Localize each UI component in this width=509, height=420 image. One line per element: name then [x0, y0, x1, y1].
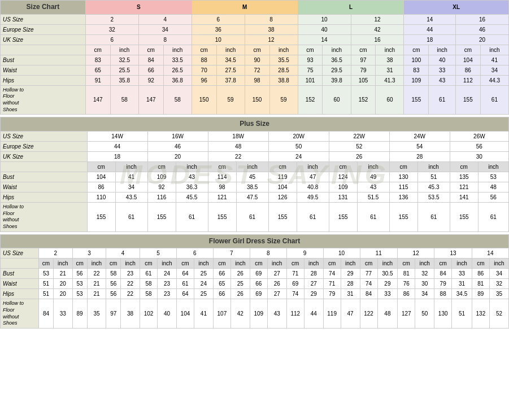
s-inch2: inch	[163, 45, 192, 55]
flower-hollow-label: Hollow toFloorwithoutShoes	[1, 299, 39, 329]
hollow-row: Hollow toFloorwithoutShoes 14758 14758 1…	[1, 85, 509, 115]
eu-xl1: 44	[404, 24, 455, 34]
us-size-label: US Size	[1, 14, 86, 24]
flower-bust-row: Bust 5321 5622 5823 6124 6425 6626 6927 …	[1, 269, 509, 279]
eu-s2: 34	[138, 24, 192, 34]
uk-xl1: 18	[404, 34, 455, 45]
us-s2: 4	[138, 14, 192, 24]
plus-section-header: Plus Size	[1, 117, 509, 132]
eu-m1: 36	[192, 24, 245, 34]
s-cm1: cm	[85, 45, 110, 55]
xl-cm1: cm	[404, 45, 429, 55]
plus-us-24w: 24W	[389, 131, 450, 141]
eu-m2: 38	[245, 24, 298, 34]
plus-uk-row: UK Size 18 20 22 24 26 28 30	[1, 151, 509, 161]
hips-label: Hips	[1, 75, 86, 85]
m-inch1: inch	[216, 45, 245, 55]
waist-label: Waist	[1, 65, 86, 75]
plus-hollow-row: Hollow toFloorwithoutShoes 15561 15561 1…	[1, 202, 509, 231]
us-l1: 10	[298, 14, 351, 24]
xl-group-header: XL	[404, 1, 509, 15]
flower-hips-row: Hips 5120 5321 5622 5823 6425 6626 6927 …	[1, 289, 509, 299]
plus-hollow-label: Hollow toFloorwithoutShoes	[1, 202, 88, 231]
cm-inch-header: cm inch cm inch cm inch cm inch cm inch …	[1, 45, 509, 55]
us-m2: 8	[245, 14, 298, 24]
plus-uk-26: 26	[329, 151, 389, 161]
flower-hips-label: Hips	[1, 289, 39, 299]
uk-size-row: UK Size 6 8 10 12 14 16 18 20	[1, 34, 509, 45]
flower-us-row: US Size 2 3 4 5 6 7 8 9 10 11 12 13 14	[1, 248, 509, 259]
plus-eu-44: 44	[87, 141, 147, 151]
s-cm2: cm	[138, 45, 163, 55]
plus-uk-22: 22	[208, 151, 268, 161]
plus-us-16w: 16W	[147, 131, 208, 141]
l-group-header: L	[298, 1, 404, 15]
us-s1: 2	[85, 14, 138, 24]
plus-eu-56: 56	[450, 141, 508, 151]
plus-bust-row: Bust 10441 10943 11445 11947 12449 13051…	[1, 172, 509, 182]
plus-table: Plus Size US Size 14W 16W 18W 20W 22W 24…	[0, 117, 509, 231]
uk-xl2: 20	[455, 34, 508, 45]
l-inch1: inch	[323, 45, 351, 55]
us-xl1: 14	[404, 14, 455, 24]
l-inch2: inch	[376, 45, 404, 55]
bust-row: Bust 8332.5 8433.5 8834.5 9035.5 9336.5 …	[1, 55, 509, 65]
plus-us-label: US Size	[1, 131, 88, 141]
xl-inch2: inch	[480, 45, 508, 55]
uk-size-label: UK Size	[1, 34, 86, 45]
cm-inch-empty	[1, 45, 86, 55]
plus-uk-28: 28	[389, 151, 450, 161]
s-inch1: inch	[110, 45, 138, 55]
m-group-header: M	[192, 1, 298, 15]
eu-l1: 40	[298, 24, 351, 34]
plus-eu-48: 48	[208, 141, 268, 151]
flower-bust-label: Bust	[1, 269, 39, 279]
plus-us-14w: 14W	[87, 131, 147, 141]
us-size-row: US Size 2 4 6 8 10 12 14 16	[1, 14, 509, 24]
us-xl2: 16	[455, 14, 508, 24]
us-m1: 6	[192, 14, 245, 24]
plus-eu-46: 46	[147, 141, 208, 151]
flower-cm-inch-header: cminch cminch cminch cminch cminch cminc…	[1, 259, 509, 269]
flower-hollow-row: Hollow toFloorwithoutShoes 8433 8935 973…	[1, 299, 509, 329]
flower-waist-row: Waist 5120 5321 5622 5823 6124 6525 6626…	[1, 279, 509, 289]
plus-cm-inch-header: cminch cminch cminch cminch cminch cminc…	[1, 161, 509, 172]
eu-xl2: 46	[455, 24, 508, 34]
hips-row: Hips 9135.8 9236.8 9637.8 9838.8 10139.8…	[1, 75, 509, 85]
plus-eu-54: 54	[389, 141, 450, 151]
plus-uk-24: 24	[268, 151, 329, 161]
eu-size-row: Europe Size 32 34 36 38 40 42 44 46	[1, 24, 509, 34]
us-l2: 12	[351, 14, 404, 24]
plus-eu-52: 52	[329, 141, 389, 151]
plus-bust-label: Bust	[1, 172, 88, 182]
uk-m1: 10	[192, 34, 245, 45]
m-cm2: cm	[245, 45, 269, 55]
waist-row: Waist 6525.5 6626.5 7027.5 7228.5 7529.5…	[1, 65, 509, 75]
flower-section-header: Flower Girl Dress Size Chart	[1, 234, 509, 248]
eu-size-label: Europe Size	[1, 24, 86, 34]
plus-hips-row: Hips 11043.5 11645.5 12147.5 12649.5 131…	[1, 192, 509, 202]
plus-waist-row: Waist 8634 9236.3 9838.5 10440.8 10943 1…	[1, 182, 509, 192]
plus-us-18w: 18W	[208, 131, 268, 141]
uk-s1: 6	[85, 34, 138, 45]
flower-section: Flower Girl Dress Size Chart US Size 2 3…	[0, 234, 509, 329]
plus-eu-label: Europe Size	[1, 141, 88, 151]
flower-waist-label: Waist	[1, 279, 39, 289]
standard-table: Size Chart S M L XL US Size 2 4 6 8 10 1…	[0, 0, 509, 115]
plus-section: MODEST SAYING Plus Size US Size 14W 16W …	[0, 117, 509, 231]
plus-eu-50: 50	[268, 141, 329, 151]
plus-us-26w: 26W	[450, 131, 508, 141]
plus-uk-30: 30	[450, 151, 508, 161]
plus-hips-label: Hips	[1, 192, 88, 202]
xl-inch1: inch	[429, 45, 456, 55]
plus-us-22w: 22W	[329, 131, 389, 141]
l-cm2: cm	[351, 45, 376, 55]
xl-cm2: cm	[455, 45, 480, 55]
s-group-header: S	[85, 1, 192, 15]
uk-l1: 14	[298, 34, 351, 45]
plus-eu-row: Europe Size 44 46 48 50 52 54 56	[1, 141, 509, 151]
uk-m2: 12	[245, 34, 298, 45]
uk-s2: 8	[138, 34, 192, 45]
plus-uk-18: 18	[87, 151, 147, 161]
l-cm1: cm	[298, 45, 323, 55]
